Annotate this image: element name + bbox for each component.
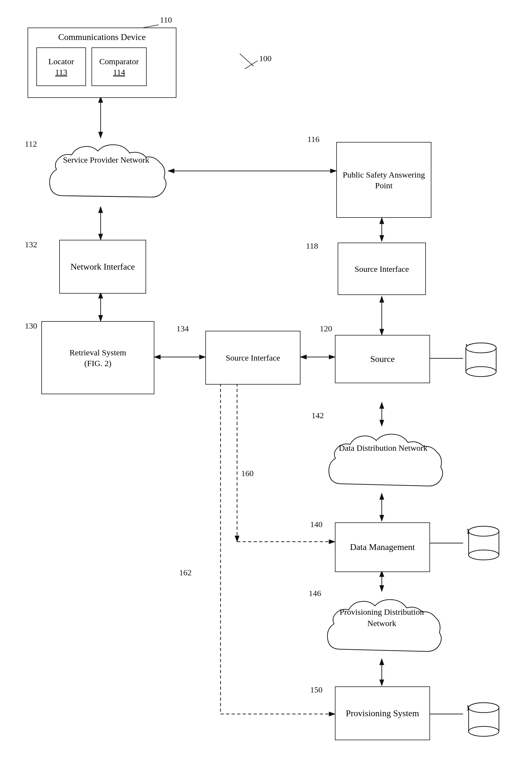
- database-122: [464, 342, 498, 378]
- svg-point-32: [469, 550, 499, 560]
- ref-112: 112: [25, 139, 37, 149]
- service-provider-label: Service Provider Network: [58, 154, 154, 166]
- svg-point-36: [469, 726, 499, 736]
- locator-num: 113: [48, 67, 74, 77]
- ref-142: 142: [311, 411, 324, 420]
- source-interface-mid-label: Source Interface: [226, 352, 280, 363]
- diagram: 110 100 Communications Device Locator 11…: [0, 0, 532, 765]
- service-provider-cloud: Service Provider Network: [41, 135, 171, 210]
- ref-162: 162: [179, 568, 192, 577]
- comparator-num: 114: [99, 67, 139, 77]
- ref-130: 130: [25, 321, 37, 331]
- ref-140: 140: [310, 520, 322, 529]
- ref-146: 146: [309, 588, 321, 598]
- svg-point-29: [466, 343, 496, 353]
- database-144: [467, 525, 500, 561]
- ref-110: 110: [160, 15, 172, 25]
- svg-point-37: [469, 703, 499, 713]
- data-management-label: Data Management: [350, 541, 415, 553]
- ref-120: 120: [320, 324, 332, 333]
- source-interface-mid-box: Source Interface: [205, 331, 300, 384]
- ref-160: 160: [241, 469, 254, 478]
- ref-118: 118: [306, 241, 318, 251]
- retrieval-system-box: Retrieval System (FIG. 2): [41, 321, 154, 394]
- source-box: Source: [335, 335, 430, 383]
- comparator-box: Comparator 114: [92, 47, 147, 86]
- svg-point-28: [466, 367, 496, 377]
- public-safety-box: Public Safety Answering Point: [336, 142, 431, 218]
- provisioning-distribution-label: Provisioning Distribution Network: [333, 606, 430, 629]
- communications-device-box: Communications Device Locator 113 Compar…: [28, 28, 177, 98]
- source-interface-top-box: Source Interface: [338, 243, 426, 295]
- ref-132: 132: [25, 240, 37, 249]
- ref-116: 116: [307, 135, 319, 144]
- public-safety-label: Public Safety Answering Point: [337, 169, 431, 191]
- comparator-label: Comparator: [99, 56, 139, 67]
- communications-device-label: Communications Device: [28, 31, 176, 43]
- data-distribution-cloud: Data Distribution Network: [321, 426, 445, 496]
- provisioning-system-box: Provisioning System: [335, 686, 430, 740]
- ref-134: 134: [177, 324, 189, 333]
- network-interface-label: Network Interface: [71, 261, 135, 273]
- database-152: [467, 702, 500, 737]
- source-label: Source: [370, 354, 395, 365]
- provisioning-distribution-cloud: Provisioning Distribution Network: [320, 591, 444, 662]
- retrieval-system-label: Retrieval System (FIG. 2): [70, 347, 126, 369]
- ref-150: 150: [310, 685, 322, 694]
- svg-point-33: [469, 526, 499, 536]
- data-management-box: Data Management: [335, 522, 430, 572]
- provisioning-system-label: Provisioning System: [346, 708, 419, 719]
- locator-box: Locator 113: [36, 47, 86, 86]
- svg-line-4: [240, 54, 254, 66]
- network-interface-box: Network Interface: [59, 240, 146, 294]
- data-distribution-label: Data Distribution Network: [336, 442, 430, 454]
- ref-100: 100: [259, 54, 271, 63]
- svg-line-25: [243, 61, 258, 69]
- locator-label: Locator: [48, 56, 74, 67]
- source-interface-top-label: Source Interface: [354, 264, 409, 274]
